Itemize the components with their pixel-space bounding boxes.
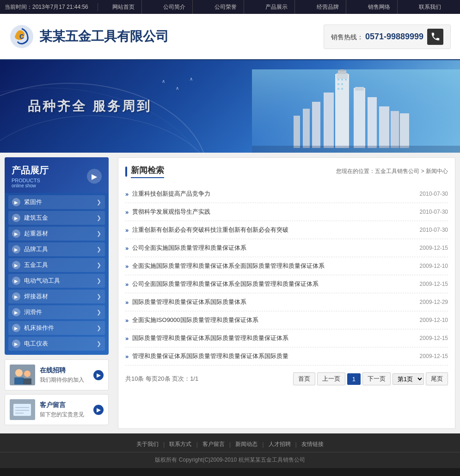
bird-decoration-1: ∧ <box>162 79 165 84</box>
product-item-9[interactable]: ▶电工仪表 ❯ <box>8 337 105 351</box>
breadcrumb-text: 您现在的位置：五金工具销售公司 > 新闻中心 <box>336 168 448 174</box>
phone-icon <box>427 29 443 45</box>
bird-decoration-3: ∧ <box>190 76 193 81</box>
svg-point-2 <box>0 83 208 153</box>
last-page-button[interactable]: 尾页 <box>426 372 448 385</box>
news-item-left-0: » 注重科技创新提高产品竞争力 <box>125 190 415 198</box>
message-card[interactable]: 客户留言 留下您的宝贵意见 ▶ <box>5 394 109 425</box>
nav-honor[interactable]: 公司荣誉 <box>208 0 244 14</box>
svg-rect-10 <box>354 88 365 148</box>
hotline-number: 0571-99889999 <box>365 32 423 41</box>
news-title-text: 新闻检索 <box>131 165 164 178</box>
nav-brands[interactable]: 经营品牌 <box>310 0 346 14</box>
svg-rect-27 <box>252 146 460 153</box>
bullet-9: ▶ <box>12 340 20 348</box>
news-item-left-3: » 公司全面实施国际质量管理和质量保证体系 <box>125 244 415 252</box>
news-item-left-4: » 全面实施国际质量管理和质量保证体系全面国际质量管理和质量保证体系 <box>125 262 415 270</box>
nav-products[interactable]: 产品展示 <box>258 0 295 14</box>
news-item-4[interactable]: » 全面实施国际质量管理和质量保证体系全面国际质量管理和质量保证体系 2009-… <box>125 257 448 275</box>
product-item-4[interactable]: ▶五金工具 ❯ <box>8 258 105 272</box>
svg-rect-26 <box>341 88 343 90</box>
recruit-arrow-btn[interactable]: ▶ <box>93 370 104 380</box>
arrow-6: ❯ <box>97 293 101 300</box>
bullet-8: ▶ <box>12 324 20 332</box>
bullet-0: ▶ <box>12 198 20 206</box>
arrow-3: ❯ <box>97 246 101 253</box>
product-label-2: 起重器材 <box>24 229 48 238</box>
product-item-0[interactable]: ▶紧固件 ❯ <box>8 195 105 209</box>
footer-copyright: 版权所有 Copyright(C)2009-2010 杭州某某五金工具销售公司 <box>0 452 460 468</box>
product-item-1[interactable]: ▶建筑五金 ❯ <box>8 211 105 225</box>
news-item-left-9: » 管理和质量保证体系国际质量管理和质量保证体系国际质量 <box>125 352 415 360</box>
nav-home[interactable]: 网站首页 <box>105 0 142 14</box>
product-label-0: 紧固件 <box>24 198 42 206</box>
news-item-7[interactable]: » 全面实施ISO9000国际质量管理和质量保证体系 2009-12-10 <box>125 311 448 329</box>
products-title-cn: 产品展厅 <box>12 164 49 177</box>
news-date-8: 2009-12-15 <box>420 335 448 341</box>
news-item-1[interactable]: » 贯彻科学发展观指导生产实践 2010-07-30 <box>125 203 448 221</box>
footer-link-message[interactable]: 客户留言 <box>202 440 225 448</box>
banner-buildings-graphic <box>252 69 460 153</box>
topbar: 当前时间：2013年7月17 21:44:56 网站首页 公司简介 公司荣誉 产… <box>0 0 460 14</box>
footer-link-news[interactable]: 新闻动态 <box>235 440 258 448</box>
news-item-left-5: » 公司全面国际质量管理和质量保证体系全国际质量管理和质量保证体系 <box>125 280 415 288</box>
title-accent <box>125 167 127 177</box>
news-item-5[interactable]: » 公司全面国际质量管理和质量保证体系全国际质量管理和质量保证体系 2009-1… <box>125 275 448 293</box>
bullet-2: ▶ <box>12 229 20 238</box>
breadcrumb-bar: 新闻检索 您现在的位置：五金工具销售公司 > 新闻中心 <box>125 165 448 178</box>
news-item-8[interactable]: » 国际质量管理和质量保证体系国际质量管理和质量保证体系 2009-12-15 <box>125 329 448 347</box>
footer-sep-3: | <box>262 441 264 448</box>
prev-page-button[interactable]: 上一页 <box>317 372 345 385</box>
news-arrows-3: » <box>125 245 129 252</box>
svg-rect-30 <box>14 377 24 384</box>
nav-contact[interactable]: 联系我们 <box>412 0 448 14</box>
message-arrow-btn[interactable]: ▶ <box>93 405 104 415</box>
product-item-7[interactable]: ▶润滑件 ❯ <box>8 305 105 319</box>
product-label-8: 机床操作件 <box>24 324 54 332</box>
logo-area: C 某某五金工具有限公司 <box>9 24 169 49</box>
news-date-5: 2009-12-15 <box>420 281 448 287</box>
arrow-4: ❯ <box>97 262 101 268</box>
footer-bottom: C COMPANY <box>0 468 460 476</box>
svg-rect-19 <box>294 116 300 148</box>
news-item-9[interactable]: » 管理和质量保证体系国际质量管理和质量保证体系国际质量 2009-12-15 <box>125 347 448 365</box>
news-title-8: 国际质量管理和质量保证体系国际质量管理和质量保证体系 <box>132 334 288 342</box>
footer-link-about[interactable]: 关于我们 <box>136 440 159 448</box>
footer-link-recruit[interactable]: 人才招聘 <box>269 440 291 448</box>
svg-rect-16 <box>391 111 399 148</box>
footer-link-contact[interactable]: 联系方式 <box>169 440 191 448</box>
product-item-6[interactable]: ▶焊接器材 ❯ <box>8 290 105 303</box>
news-title-9: 管理和质量保证体系国际质量管理和质量保证体系国际质量 <box>132 352 288 360</box>
recruit-card[interactable]: 在线招聘 我们期待你的加入 ▶ <box>5 359 109 390</box>
current-page-button[interactable]: 1 <box>347 373 361 385</box>
footer-link-friends[interactable]: 友情链接 <box>301 440 324 448</box>
arrow-1: ❯ <box>97 215 101 221</box>
news-item-6[interactable]: » 国际质量管理和质量保证体系国际质量体系 2009-12-29 <box>125 293 448 311</box>
product-item-8[interactable]: ▶机床操作件 ❯ <box>8 321 105 335</box>
news-date-4: 2009-12-10 <box>420 263 448 269</box>
nav-network[interactable]: 销售网络 <box>361 0 398 14</box>
news-item-3[interactable]: » 公司全面实施国际质量管理和质量保证体系 2009-12-15 <box>125 239 448 257</box>
next-page-button[interactable]: 下一页 <box>362 372 391 385</box>
product-item-2[interactable]: ▶起重器材 ❯ <box>8 227 105 241</box>
footer-sep-0: | <box>163 441 165 448</box>
company-name-text: 某某五金工具有限公司 <box>39 28 169 45</box>
product-item-5[interactable]: ▶电动气动工具 ❯ <box>8 274 105 288</box>
banner: 品种齐全 服务周到 ∧ ∧ ∧ <box>0 60 460 153</box>
svg-rect-15 <box>379 106 389 148</box>
footer-links: 关于我们 | 联系方式 | 客户留言 | 新闻动态 | 人才招聘 | 友情链接 <box>0 433 460 452</box>
header: C 某某五金工具有限公司 销售热线： 0571-99889999 <box>0 14 460 60</box>
product-label-3: 品牌工具 <box>24 245 48 253</box>
product-label-9: 电工仪表 <box>24 340 48 348</box>
page-select[interactable]: 第1页 <box>393 373 424 385</box>
news-title-3: 公司全面实施国际质量管理和质量保证体系 <box>132 244 246 252</box>
products-arrow-button[interactable]: ▶ <box>87 169 102 184</box>
first-page-button[interactable]: 首页 <box>293 372 315 385</box>
news-item-0[interactable]: » 注重科技创新提高产品竞争力 2010-07-30 <box>125 185 448 203</box>
news-arrows-0: » <box>125 191 129 198</box>
news-arrows-5: » <box>125 281 129 288</box>
products-header: 产品展厅 PRODUCTS online show ▶ <box>5 157 109 193</box>
nav-about[interactable]: 公司简介 <box>156 0 193 14</box>
news-item-2[interactable]: » 注重创新有创新必会有突破科技注重创新有创新必会有突破 2010-07-30 <box>125 221 448 239</box>
product-item-3[interactable]: ▶品牌工具 ❯ <box>8 242 105 256</box>
